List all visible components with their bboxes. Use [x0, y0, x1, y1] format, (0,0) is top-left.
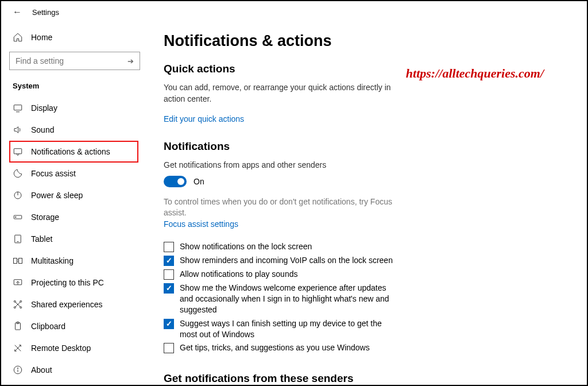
section-title: System	[9, 82, 138, 90]
svg-rect-2	[14, 149, 22, 154]
sidebar-item-label: Storage	[31, 213, 59, 222]
checkbox-label-2: Allow notifications to play sounds	[180, 269, 297, 280]
sidebar: Home ➔ System DisplaySoundNotifications …	[1, 23, 146, 384]
checkbox-row-1: Show reminders and incoming VoIP calls o…	[164, 255, 393, 266]
sidebar-item-label: About	[31, 365, 52, 375]
main-content: https://alltechqueries.com/ Notification…	[146, 23, 587, 384]
sidebar-item-label: Display	[31, 103, 57, 113]
sidebar-item-label: Projecting to this PC	[31, 278, 104, 287]
about-icon	[13, 365, 23, 375]
window-title: Settings	[32, 8, 59, 17]
back-arrow-icon[interactable]: ←	[13, 7, 22, 17]
senders-title: Get notifications from these senders	[164, 372, 558, 384]
search-input[interactable]	[16, 56, 119, 65]
sidebar-item-label: Notifications & actions	[31, 147, 110, 156]
checkbox-0[interactable]	[164, 242, 174, 252]
focus-assist-link[interactable]: Focus assist settings	[164, 219, 238, 229]
checkbox-row-5: Get tips, tricks, and suggestions as you…	[164, 342, 393, 353]
checkbox-5[interactable]	[164, 343, 174, 353]
sidebar-item-shared[interactable]: Shared experiences	[9, 294, 138, 315]
focus-assist-hint: To control times when you do or don't ge…	[164, 196, 405, 219]
sidebar-item-label: Remote Desktop	[31, 343, 91, 353]
sidebar-item-about[interactable]: About	[9, 359, 138, 381]
checkbox-4[interactable]	[164, 319, 174, 329]
sidebar-item-tablet[interactable]: Tablet	[9, 228, 138, 250]
svg-rect-9	[14, 258, 17, 264]
sidebar-item-power[interactable]: Power & sleep	[9, 184, 138, 206]
checkbox-label-1: Show reminders and incoming VoIP calls o…	[180, 255, 393, 266]
notifications-toggle[interactable]	[164, 176, 187, 187]
checkbox-row-4: Suggest ways I can finish setting up my …	[164, 318, 393, 340]
display-icon	[13, 103, 23, 113]
sidebar-item-label: Shared experiences	[31, 300, 103, 309]
sidebar-item-label: Power & sleep	[31, 191, 83, 200]
projecting-icon	[13, 277, 23, 288]
checkbox-label-5: Get tips, tricks, and suggestions as you…	[180, 342, 370, 353]
clipboard-icon	[13, 321, 23, 331]
shared-icon	[13, 299, 23, 310]
search-box[interactable]: ➔	[9, 52, 140, 70]
focus-icon	[13, 168, 23, 179]
quick-actions-desc: You can add, remove, or rearrange your q…	[164, 82, 405, 105]
svg-rect-10	[19, 258, 22, 264]
checkbox-1[interactable]	[164, 256, 174, 266]
notifications-icon	[13, 146, 23, 157]
sidebar-item-focus[interactable]: Focus assist	[9, 163, 138, 184]
multitasking-icon	[13, 256, 23, 266]
checkbox-label-0: Show notifications on the lock screen	[180, 241, 312, 252]
sidebar-item-multitasking[interactable]: Multitasking	[9, 250, 138, 272]
sidebar-item-label: Multitasking	[31, 256, 74, 265]
toggle-state-label: On	[194, 177, 204, 186]
sidebar-item-notifications[interactable]: Notifications & actions	[9, 141, 138, 163]
checkbox-2[interactable]	[164, 269, 174, 280]
sidebar-item-sound[interactable]: Sound	[9, 119, 138, 141]
checkbox-3[interactable]	[164, 283, 174, 294]
sidebar-item-projecting[interactable]: Projecting to this PC	[9, 272, 138, 294]
watermark: https://alltechqueries.com/	[406, 66, 544, 81]
sidebar-item-label: Focus assist	[31, 169, 76, 178]
storage-icon	[13, 212, 23, 222]
sidebar-item-remote[interactable]: Remote Desktop	[9, 337, 138, 359]
notifications-title: Notifications	[164, 140, 558, 153]
remote-icon	[13, 343, 23, 353]
notifications-toggle-desc: Get notifications from apps and other se…	[164, 160, 405, 171]
sidebar-item-clipboard[interactable]: Clipboard	[9, 315, 138, 337]
checkbox-row-3: Show me the Windows welcome experience a…	[164, 283, 393, 315]
svg-point-6	[16, 217, 17, 218]
sidebar-item-storage[interactable]: Storage	[9, 206, 138, 228]
checkbox-label-3: Show me the Windows welcome experience a…	[180, 283, 393, 315]
sound-icon	[13, 125, 23, 135]
checkbox-row-2: Allow notifications to play sounds	[164, 269, 393, 280]
home-icon	[13, 32, 23, 43]
sidebar-item-label: Clipboard	[31, 322, 65, 331]
tablet-icon	[13, 234, 23, 244]
power-icon	[13, 190, 23, 200]
sidebar-item-label: Sound	[31, 125, 54, 134]
sidebar-item-label: Tablet	[31, 234, 52, 244]
home-label: Home	[31, 33, 52, 42]
home-nav[interactable]: Home	[9, 29, 138, 46]
svg-rect-0	[14, 105, 22, 110]
svg-point-27	[17, 368, 18, 368]
edit-quick-actions-link[interactable]: Edit your quick actions	[164, 114, 244, 123]
sidebar-item-display[interactable]: Display	[9, 97, 138, 119]
search-icon: ➔	[127, 57, 134, 65]
checkbox-row-0: Show notifications on the lock screen	[164, 241, 393, 252]
checkbox-label-4: Suggest ways I can finish setting up my …	[180, 318, 393, 340]
page-heading: Notifications & actions	[164, 32, 558, 50]
